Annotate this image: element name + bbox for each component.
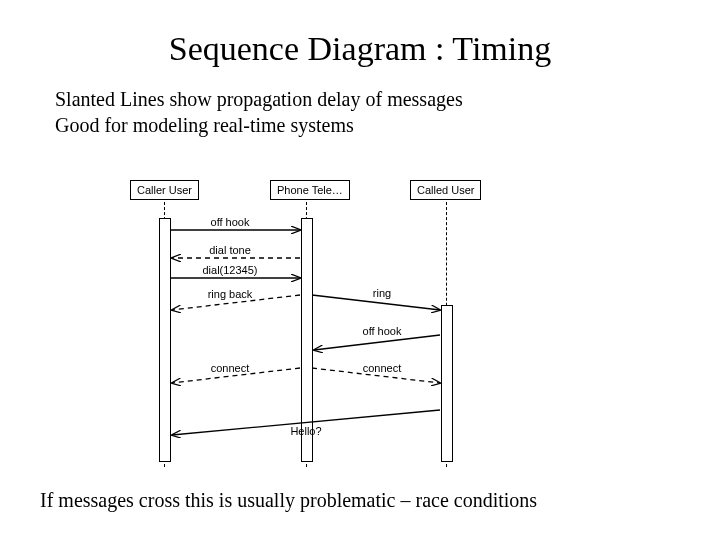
msg-connect-right: connect <box>363 362 402 374</box>
msg-ring-back: ring back <box>208 288 253 300</box>
msg-dial: dial(12345) <box>202 264 257 276</box>
messages-svg: off hook dial tone dial(12345) ring back… <box>130 180 560 475</box>
subtitle-line1: Slanted Lines show propagation delay of … <box>55 88 463 110</box>
svg-line-5 <box>314 335 440 350</box>
msg-ring: ring <box>373 287 391 299</box>
msg-connect-left: connect <box>211 362 250 374</box>
page-title: Sequence Diagram : Timing <box>0 30 720 68</box>
subtitle: Slanted Lines show propagation delay of … <box>55 86 720 138</box>
msg-dial-tone: dial tone <box>209 244 251 256</box>
msg-off-hook-2: off hook <box>363 325 402 337</box>
sequence-diagram: Caller User Phone Tele… Called User off … <box>130 180 560 475</box>
footnote: If messages cross this is usually proble… <box>40 489 537 512</box>
msg-hello: Hello? <box>290 425 321 437</box>
msg-off-hook: off hook <box>211 216 250 228</box>
subtitle-line2: Good for modeling real-time systems <box>55 114 354 136</box>
